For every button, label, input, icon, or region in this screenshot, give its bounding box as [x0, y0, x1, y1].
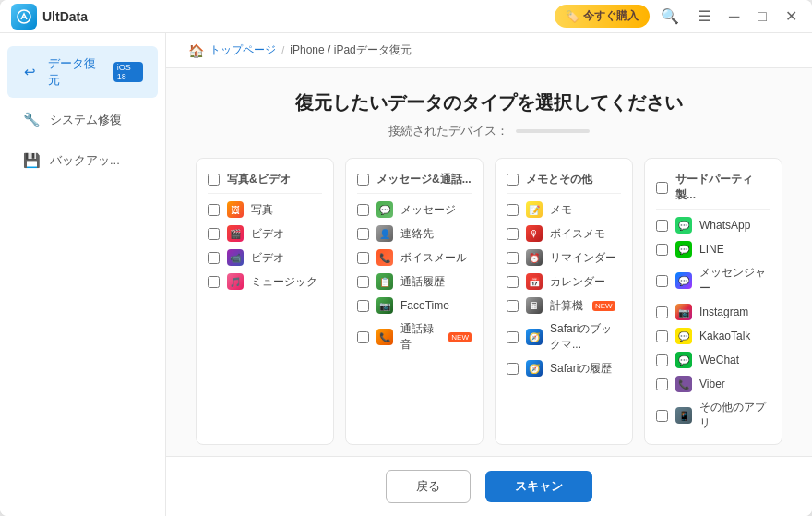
app-branding: UltData — [0, 4, 88, 30]
item-label-messages-4: FaceTime — [400, 299, 449, 312]
data-col-others: メモとその他📝メモ🎙ボイスメモ⏰リマインダー📅カレンダー🖩計算機NEW🧭Safa… — [495, 158, 633, 445]
check-item-thirdparty-0[interactable]: 💬WhatsApp — [656, 217, 770, 234]
item-icon-thirdparty-5: 💬 — [675, 352, 692, 368]
check-item-thirdparty-4[interactable]: 💬KakaoTalk — [656, 328, 770, 344]
checkbox-others-6[interactable] — [507, 363, 519, 375]
item-icon-others-2: ⏰ — [526, 249, 543, 266]
checkbox-messages-1[interactable] — [357, 228, 369, 240]
check-item-others-2[interactable]: ⏰リマインダー — [507, 249, 621, 266]
item-icon-others-6: 🧭 — [526, 360, 543, 377]
checkbox-messages-5[interactable] — [357, 331, 369, 343]
check-item-others-5[interactable]: 🧭Safariのブックマ... — [507, 321, 621, 353]
item-icon-thirdparty-4: 💬 — [675, 328, 692, 344]
item-label-media-0: 写真 — [251, 202, 273, 218]
sidebar-item-system-repair[interactable]: 🔧 システム修復 — [7, 102, 158, 138]
item-label-others-2: リマインダー — [550, 250, 616, 266]
checkbox-messages-4[interactable] — [357, 300, 369, 312]
close-button[interactable]: ✕ — [778, 4, 805, 29]
check-item-thirdparty-6[interactable]: 📞Viber — [656, 376, 770, 392]
checkbox-thirdparty-0[interactable] — [656, 220, 668, 232]
checkbox-messages-0[interactable] — [357, 204, 369, 216]
checkbox-thirdparty-4[interactable] — [656, 330, 668, 342]
buy-button[interactable]: 🏷️ 今すぐ購入 — [555, 5, 650, 28]
item-label-others-6: Safariの履歴 — [550, 361, 612, 377]
col-header-checkbox-thirdparty[interactable] — [656, 182, 668, 194]
main-content: 🏠 トップページ / iPhone / iPadデータ復元 復元したいデータのタ… — [166, 33, 812, 516]
item-icon-thirdparty-0: 💬 — [675, 217, 692, 234]
check-item-media-2[interactable]: 📹ビデオ — [208, 249, 322, 266]
check-item-media-0[interactable]: 🖼写真 — [208, 201, 322, 218]
item-icon-thirdparty-3: 📷 — [675, 304, 692, 320]
item-label-others-1: ボイスメモ — [550, 226, 605, 242]
sidebar-item-backup[interactable]: 💾 バックアッ... — [7, 142, 158, 179]
maximize-button[interactable]: □ — [750, 5, 774, 29]
checkbox-others-4[interactable] — [507, 300, 519, 312]
col-header-checkbox-messages[interactable] — [357, 174, 369, 186]
breadcrumb-current: iPhone / iPadデータ復元 — [290, 42, 411, 58]
checkbox-thirdparty-2[interactable] — [656, 275, 668, 287]
check-item-messages-1[interactable]: 👤連絡先 — [357, 225, 472, 242]
check-item-others-1[interactable]: 🎙ボイスメモ — [507, 225, 621, 242]
checkbox-others-1[interactable] — [507, 228, 519, 240]
check-item-messages-0[interactable]: 💬メッセージ — [357, 201, 472, 218]
check-item-others-0[interactable]: 📝メモ — [507, 201, 621, 218]
checkbox-thirdparty-1[interactable] — [656, 244, 668, 256]
checkbox-thirdparty-6[interactable] — [656, 378, 668, 390]
checkbox-thirdparty-5[interactable] — [656, 354, 668, 366]
check-item-thirdparty-3[interactable]: 📷Instagram — [656, 304, 770, 320]
check-item-thirdparty-7[interactable]: 📱その他のアプリ — [656, 400, 770, 431]
check-item-others-4[interactable]: 🖩計算機NEW — [507, 297, 621, 314]
checkbox-messages-2[interactable] — [357, 252, 369, 264]
checkbox-media-2[interactable] — [208, 252, 220, 264]
check-item-others-6[interactable]: 🧭Safariの履歴 — [507, 360, 621, 377]
backup-icon: 💾 — [22, 151, 41, 170]
menu-button[interactable]: ☰ — [690, 4, 718, 29]
item-icon-others-5: 🧭 — [526, 329, 543, 345]
check-item-messages-2[interactable]: 📞ボイスメール — [357, 249, 472, 266]
item-label-messages-0: メッセージ — [400, 202, 456, 218]
minimize-button[interactable]: ─ — [722, 5, 746, 29]
check-item-messages-3[interactable]: 📋通話履歴 — [357, 273, 472, 290]
app-title: UltData — [42, 9, 88, 24]
back-button[interactable]: 戻る — [386, 470, 471, 503]
check-item-media-1[interactable]: 🎬ビデオ — [208, 225, 322, 242]
checkbox-others-0[interactable] — [507, 204, 519, 216]
checkbox-media-1[interactable] — [208, 228, 220, 240]
breadcrumb: 🏠 トップページ / iPhone / iPadデータ復元 — [166, 33, 812, 68]
item-label-media-3: ミュージック — [251, 274, 317, 290]
check-item-thirdparty-5[interactable]: 💬WeChat — [656, 352, 770, 368]
checkbox-media-3[interactable] — [208, 276, 220, 288]
checkbox-others-3[interactable] — [507, 276, 519, 288]
item-icon-media-1: 🎬 — [227, 225, 244, 242]
item-icon-messages-0: 💬 — [376, 201, 393, 218]
check-item-others-3[interactable]: 📅カレンダー — [507, 273, 621, 290]
checkbox-media-0[interactable] — [208, 204, 220, 216]
checkbox-messages-3[interactable] — [357, 276, 369, 288]
check-item-media-3[interactable]: 🎵ミュージック — [208, 273, 322, 290]
col-header-checkbox-others[interactable] — [507, 174, 519, 186]
item-label-messages-1: 連絡先 — [400, 226, 434, 242]
check-item-messages-5[interactable]: 📞通話録音NEW — [357, 321, 472, 353]
scan-button[interactable]: スキャン — [485, 471, 592, 502]
col-header-checkbox-media[interactable] — [208, 174, 220, 186]
sidebar-item-data-recovery-label: データ復元 — [48, 55, 101, 89]
checkbox-thirdparty-3[interactable] — [656, 306, 668, 318]
item-label-thirdparty-3: Instagram — [699, 306, 748, 318]
check-item-thirdparty-1[interactable]: 💬LINE — [656, 241, 770, 258]
item-label-messages-5: 通話録音 — [400, 321, 439, 353]
sidebar-item-backup-label: バックアッ... — [50, 152, 120, 169]
sidebar-item-data-recovery[interactable]: ↩ データ復元 iOS 18 — [7, 46, 158, 98]
titlebar-controls: 🏷️ 今すぐ購入 🔍 ☰ ─ □ ✕ — [555, 4, 805, 29]
check-item-thirdparty-2[interactable]: 💬メッセンジャー — [656, 265, 770, 296]
data-recovery-icon: ↩ — [22, 63, 39, 81]
breadcrumb-home-label[interactable]: トップページ — [209, 42, 276, 58]
item-label-thirdparty-2: メッセンジャー — [699, 265, 770, 296]
col-header-label-media: 写真&ビデオ — [227, 172, 291, 187]
checkbox-others-5[interactable] — [507, 331, 519, 343]
item-icon-messages-2: 📞 — [376, 249, 393, 266]
check-item-messages-4[interactable]: 📷FaceTime — [357, 297, 472, 314]
checkbox-thirdparty-7[interactable] — [656, 410, 668, 422]
buy-label: 今すぐ購入 — [583, 8, 639, 24]
checkbox-others-2[interactable] — [507, 252, 519, 264]
search-button[interactable]: 🔍 — [653, 4, 687, 29]
